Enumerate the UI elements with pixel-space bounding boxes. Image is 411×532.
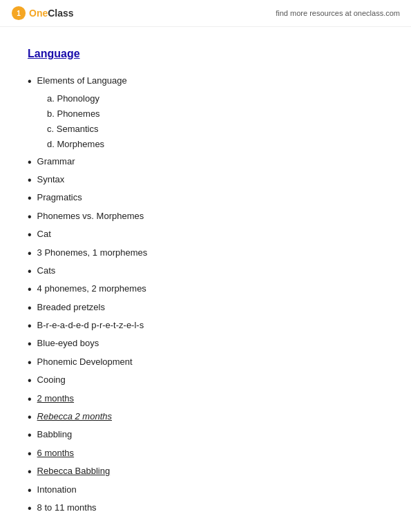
list-item: 2 months	[28, 392, 383, 407]
list-item: Pragmatics	[28, 191, 383, 206]
header: 1 OneClass find more resources at onecla…	[0, 0, 411, 27]
item-text: Cooing	[37, 373, 66, 388]
top-bullet-list: Elements of Language	[28, 74, 383, 89]
list-item: Syntax	[28, 173, 383, 188]
header-site-link: find more resources at oneclass.com	[276, 9, 400, 17]
item-text: Cats	[37, 264, 56, 278]
svg-text:1: 1	[17, 10, 21, 17]
list-item: Cooing	[28, 373, 383, 388]
item-text: Syntax	[37, 173, 65, 187]
item-text: 6 months	[37, 446, 74, 461]
list-item: Breaded pretzels	[28, 301, 383, 316]
sub-label: d.	[47, 139, 55, 149]
list-item: Rebecca 2 months	[28, 410, 383, 425]
main-content: Language Elements of Language a. Phonolo…	[0, 27, 411, 532]
logo-icon: 1	[11, 6, 26, 21]
sub-text: Semantics	[57, 124, 99, 134]
item-text: 4 phonemes, 2 morphemes	[37, 282, 146, 296]
item-text: B-r-e-a-d-e-d p-r-e-t-z-e-l-s	[37, 319, 144, 333]
list-item: d. Morphemes	[47, 137, 383, 152]
list-item: Cats	[28, 264, 383, 279]
sub-list: a. Phonology b. Phonemes c. Semantics d.…	[28, 92, 383, 151]
list-item: Elements of Language	[28, 74, 383, 89]
item-text: 3 Phonemes, 1 morphemes	[37, 246, 148, 260]
sub-label: b.	[47, 108, 55, 119]
list-item: Intonation	[28, 483, 383, 498]
item-text: 2 months	[37, 392, 74, 406]
list-item: Babbling	[28, 428, 383, 443]
logo-class: Class	[48, 8, 73, 19]
item-text: Phonemic Development	[37, 355, 133, 370]
list-item: 3 Phonemes, 1 morphemes	[28, 246, 383, 261]
item-text: Blue-eyed boys	[37, 336, 99, 351]
item-text: Grammar	[37, 155, 75, 169]
logo-label: OneClass	[29, 8, 74, 19]
sub-label: c.	[47, 124, 54, 134]
logo: 1 OneClass	[11, 6, 74, 21]
list-item: Rebecca Babbling	[28, 464, 383, 479]
list-item: Cat	[28, 227, 383, 243]
sub-text: Morphemes	[57, 139, 104, 149]
sub-text: Phonemes	[57, 108, 99, 119]
item-text: Rebecca 2 months	[37, 410, 112, 424]
main-bullet-list: Grammar Syntax Pragmatics Phonemes vs. M…	[28, 155, 383, 517]
list-item: Phonemic Development	[28, 355, 383, 370]
sub-text: Phonology	[57, 93, 99, 104]
list-item: c. Semantics	[47, 122, 383, 137]
item-text: Pragmatics	[37, 191, 82, 205]
page-title: Language	[28, 48, 383, 60]
item-text: Rebecca Babbling	[37, 464, 111, 479]
list-item: 8 to 11 months	[28, 501, 383, 516]
item-text: Cat	[37, 227, 51, 242]
list-item: b. Phonemes	[47, 107, 383, 122]
list-item: Blue-eyed boys	[28, 336, 383, 352]
item-text: 8 to 11 months	[37, 501, 97, 515]
sub-label: a.	[47, 93, 55, 104]
list-item: Phonemes vs. Morphemes	[28, 209, 383, 225]
list-item: Grammar	[28, 155, 383, 170]
list-item: 4 phonemes, 2 morphemes	[28, 282, 383, 297]
bullet-main-text: Elements of Language	[37, 74, 127, 88]
item-text: Phonemes vs. Morphemes	[37, 209, 144, 224]
logo-one: One	[29, 8, 48, 19]
item-text: Babbling	[37, 428, 73, 442]
item-text: Intonation	[37, 483, 77, 497]
item-text: Breaded pretzels	[37, 301, 105, 315]
list-item: B-r-e-a-d-e-d p-r-e-t-z-e-l-s	[28, 319, 383, 334]
list-item: 6 months	[28, 446, 383, 462]
list-item: a. Phonology	[47, 92, 383, 106]
